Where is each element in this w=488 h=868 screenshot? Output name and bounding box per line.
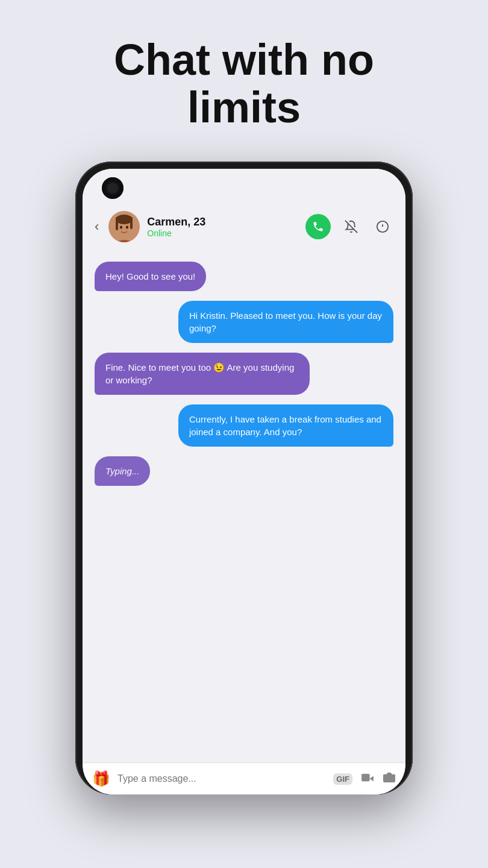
chat-input-bar: 🎁 GIF [83,763,405,794]
volume-left-button [75,294,77,348]
input-icons: GIF [333,771,396,787]
mute-button[interactable] [340,216,362,237]
message-1: Hey! Good to see you! [95,262,206,291]
gif-button[interactable]: GIF [333,773,352,785]
typing-indicator: Typing... [95,456,150,486]
user-info: Carmen, 23 Online [147,216,298,238]
phone-mockup: ‹ [0,156,488,794]
user-name: Carmen, 23 [147,216,298,228]
video-icon[interactable] [361,771,374,787]
message-2: Hi Kristin. Pleased to meet you. How is … [178,301,393,343]
svg-point-4 [116,215,133,224]
message-4: Currently, I have taken a break from stu… [178,404,393,447]
phone-body: ‹ [75,162,413,794]
page-title: Chat with no limits [0,0,488,156]
svg-line-9 [345,221,357,233]
svg-point-14 [387,776,391,781]
phone-screen: ‹ [83,169,405,794]
avatar [108,211,140,242]
svg-point-7 [120,226,122,229]
message-3: Fine. Nice to meet you too 😉 Are you stu… [95,353,310,395]
user-status: Online [147,228,298,238]
volume-button [411,336,413,379]
gift-icon[interactable]: 🎁 [92,770,110,787]
svg-rect-13 [361,774,370,782]
call-button[interactable] [305,214,331,239]
camera-icon[interactable] [383,771,396,787]
svg-point-8 [126,226,128,229]
chat-messages: Hey! Good to see you! Hi Kristin. Please… [83,252,405,763]
svg-point-1 [112,240,136,242]
message-input[interactable] [117,773,326,784]
power-button [411,282,413,324]
chat-header: ‹ [83,169,405,252]
header-icons [305,214,393,239]
back-button[interactable]: ‹ [95,219,99,234]
alert-button[interactable] [372,216,393,237]
svg-rect-5 [116,217,118,230]
svg-rect-6 [130,217,133,229]
